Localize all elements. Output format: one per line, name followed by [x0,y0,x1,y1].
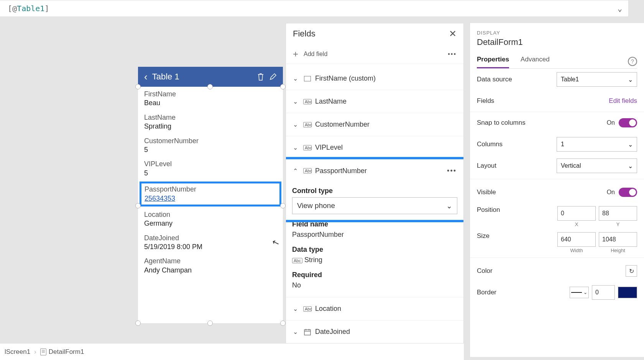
fields-label: Fields [477,97,609,105]
back-icon[interactable]: ‹ [144,71,148,83]
fields-panel-title: Fields [293,29,315,39]
svg-rect-0 [304,330,310,335]
more-icon[interactable]: ••• [447,167,457,175]
data-type-label: Data type [292,246,457,254]
tabs: Properties Advanced [477,56,637,69]
control-type-select[interactable]: View phone ⌄ [292,197,457,214]
border-width-input[interactable]: 0 [592,285,615,300]
field-customernumber: CustomerNumber 5 [144,137,277,155]
chevron-down-icon: ⌄ [293,305,300,312]
selection-handle[interactable] [135,84,141,89]
passport-label: PassportNumber [145,185,276,194]
display-caption: DISPLAY [477,30,637,36]
border-color-swatch[interactable] [618,287,637,298]
size-width-input[interactable]: 640 [557,232,596,247]
chevron-down-icon: ⌄ [293,98,300,105]
chevron-down-icon: ⌄ [446,201,452,210]
field-item-lastname[interactable]: ⌄ Abc LastName [286,90,463,113]
size-label: Size [477,232,557,240]
custom-type-icon [304,76,311,81]
field-item-datejoined[interactable]: ⌄ DateJoined [286,320,463,343]
tab-properties[interactable]: Properties [477,56,509,68]
field-name-label: Field name [292,220,457,228]
add-field-button[interactable]: + Add field ••• [286,44,463,64]
chevron-up-icon: ⌃ [293,167,300,175]
field-name-value: PassportNumber [292,231,457,239]
field-agentname: AgentName Andy Champan [144,257,277,275]
selection-handle[interactable] [280,320,286,326]
properties-panel: DISPLAY DetailForm1 ? Properties Advance… [470,23,644,357]
form-icon [40,348,46,355]
visible-toggle[interactable] [619,188,637,197]
required-value: No [292,281,457,289]
chevron-down-icon: ⌄ [293,144,300,151]
selection-handle[interactable] [207,320,213,326]
more-icon[interactable]: ••• [448,51,457,58]
selection-handle[interactable] [135,320,141,326]
data-type-value: Abc String [292,256,457,264]
field-item-passport[interactable]: ⌃ Abc PassportNumber ••• [286,159,463,182]
selection-handle[interactable] [280,203,286,208]
visible-label: Visible [477,188,607,196]
field-item-passport-details: Control type View phone ⌄ Field name Pas… [286,182,463,297]
field-item-customernumber[interactable]: ⌄ Abc CustomerNumber [286,113,463,136]
field-item-firstname[interactable]: ⌄ FirstName (custom) [286,67,463,90]
phone-preview[interactable]: ‹ Table 1 FirstName Beau LastName Spratl… [138,67,283,323]
position-y-input[interactable]: 88 [599,206,637,221]
required-label: Required [292,271,457,279]
text-type-icon: Abc [304,168,311,173]
field-passport-highlight: PassportNumber 25634353 [140,182,281,206]
breadcrumb-form[interactable]: DetailForm1 [40,348,84,356]
passport-value[interactable]: 25634353 [145,194,276,203]
formula-text: [@Table1] [8,4,49,13]
help-icon[interactable]: ? [628,57,637,66]
chevron-down-icon: ⌄ [293,75,300,82]
size-height-input[interactable]: 1048 [599,232,637,247]
fields-panel: Fields ✕ + Add field ••• ⌄ FirstName (cu… [286,23,464,357]
object-name: DetailForm1 [477,37,637,47]
text-type-icon: Abc [304,99,311,104]
trash-icon[interactable] [257,73,264,81]
color-picker-button[interactable]: ↻ [626,265,637,277]
selection-handle[interactable] [280,84,286,89]
text-type-icon: Abc [304,122,311,127]
fields-panel-header: Fields ✕ [286,23,463,44]
layout-select[interactable]: Vertical ⌄ [557,159,637,173]
data-source-select[interactable]: Table1 ⌄ [557,72,637,87]
text-type-icon: Abc [292,258,302,263]
layout-label: Layout [477,162,557,170]
border-label: Border [477,289,570,296]
edit-icon[interactable] [269,73,277,81]
formula-bar[interactable]: [@Table1] ⌄ [0,0,629,17]
color-label: Color [477,267,626,275]
field-firstname: FirstName Beau [144,90,277,108]
chevron-down-icon: ⌄ [628,76,633,83]
selection-handle[interactable] [135,203,141,208]
breadcrumb-screen[interactable]: lScreen1 [5,348,30,356]
snap-toggle[interactable] [619,118,637,127]
snap-label: Snap to columns [477,119,607,127]
chevron-down-icon: ⌄ [293,328,300,335]
edit-fields-link[interactable]: Edit fields [609,97,637,105]
field-item-viplevel[interactable]: ⌄ Abc VIPLevel [286,136,463,159]
plus-icon: + [293,49,298,59]
breadcrumb: lScreen1 › DetailForm1 [0,343,464,360]
text-type-icon: Abc [304,306,311,312]
border-style-select[interactable]: ⌄ [570,287,589,298]
data-source-label: Data source [477,76,557,83]
tab-advanced[interactable]: Advanced [521,56,550,68]
phone-title: Table 1 [152,72,252,82]
columns-select[interactable]: 1 ⌄ [557,137,637,152]
field-datejoined: DateJoined 5/19/2019 8:00 PM [144,234,277,252]
field-viplevel: VIPLevel 5 [144,160,277,178]
position-x-input[interactable]: 0 [557,206,596,221]
selection-handle[interactable] [207,84,213,89]
breadcrumb-separator: › [34,348,36,356]
field-location: Location Germany [144,210,277,228]
close-icon[interactable]: ✕ [449,28,457,39]
add-field-label: Add field [304,51,327,58]
formula-expand-icon[interactable]: ⌄ [618,4,622,13]
text-type-icon: Abc [304,145,311,150]
field-item-location[interactable]: ⌄ Abc Location [286,297,463,320]
chevron-down-icon: ⌄ [293,121,300,128]
